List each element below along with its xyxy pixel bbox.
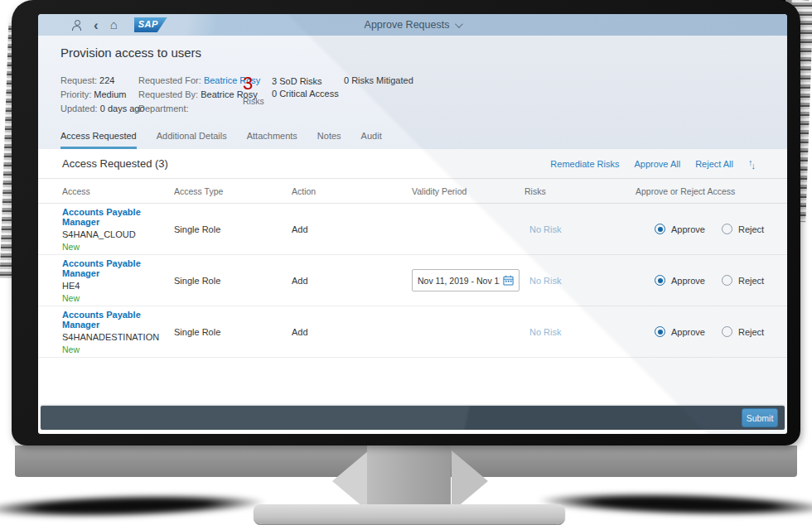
- remediate-risks-link[interactable]: Remediate Risks: [550, 159, 619, 169]
- risk-count-caption: Risks: [243, 96, 272, 106]
- stand-wing-right: [452, 450, 488, 512]
- risk-cell[interactable]: No Risk: [524, 327, 636, 337]
- table-row: Accounts Payable Manager HE4 New Single …: [38, 255, 787, 306]
- risk-count: 3 Risks: [243, 74, 272, 106]
- access-type-cell: Single Role: [174, 276, 292, 286]
- monitor-bezel: ‹ ⌂ SAP Approve Requests Provision acces…: [12, 0, 800, 446]
- reject-label: Reject: [738, 224, 764, 234]
- requested-by-field: Requested By: Beatrice Rosy: [138, 88, 243, 102]
- submit-button[interactable]: Submit: [742, 408, 778, 427]
- status-badge: New: [62, 242, 174, 252]
- monitor-mockup: ‹ ⌂ SAP Approve Requests Provision acces…: [0, 0, 812, 525]
- reject-label: Reject: [738, 276, 764, 286]
- col-access: Access: [62, 186, 174, 196]
- decision-cell: Approve Reject: [636, 275, 787, 286]
- system-name: S4HANA_CLOUD: [62, 229, 174, 239]
- reject-label: Reject: [738, 327, 764, 337]
- decision-cell: Approve Reject: [636, 224, 787, 234]
- tab-additional-details[interactable]: Additional Details: [157, 131, 227, 149]
- tab-strip: Access Requested Additional Details Atta…: [38, 131, 787, 149]
- validity-date-input[interactable]: Nov 11, 2019 - Nov 11, 2...: [412, 269, 520, 291]
- reject-all-link[interactable]: Reject All: [695, 159, 733, 169]
- table-row: Accounts Payable Manager S4HANA_CLOUD Ne…: [38, 204, 787, 255]
- col-action: Action: [292, 186, 412, 196]
- approve-radio[interactable]: [655, 224, 665, 234]
- action-cell: Add: [292, 276, 412, 286]
- reject-radio[interactable]: [722, 326, 732, 337]
- validity-cell: Nov 11, 2019 - Nov 11, 2...: [412, 269, 524, 291]
- status-badge: New: [62, 293, 174, 303]
- system-name: S4HANADESTINATION: [62, 332, 174, 342]
- approve-radio[interactable]: [655, 275, 665, 286]
- risk-cell[interactable]: No Risk: [524, 276, 636, 286]
- action-cell: Add: [292, 327, 412, 337]
- tab-audit[interactable]: Audit: [361, 131, 382, 149]
- table-header-row: Access Access Type Action Validity Perio…: [38, 179, 787, 204]
- table-toolbar: Access Requested (3) Remediate Risks App…: [38, 149, 787, 179]
- col-validity-period: Validity Period: [412, 186, 524, 196]
- footer-bar: Submit: [41, 406, 785, 430]
- updated-field: Updated: 0 days ago: [60, 102, 138, 116]
- approve-label: Approve: [671, 327, 705, 337]
- approve-radio[interactable]: [655, 326, 665, 337]
- request-field: Request: 224: [60, 74, 138, 88]
- reject-radio[interactable]: [722, 275, 732, 286]
- table-section: Access Requested (3) Remediate Risks App…: [38, 149, 787, 358]
- shell-bar: ‹ ⌂ SAP Approve Requests: [38, 14, 787, 36]
- col-access-type: Access Type: [174, 186, 292, 196]
- table-title: Access Requested (3): [38, 157, 168, 170]
- risk-count-number: 3: [243, 74, 272, 94]
- page-title: Provision access to users: [38, 46, 787, 60]
- chevron-down-icon: [455, 20, 463, 28]
- sort-icon[interactable]: ↑↓: [748, 159, 754, 169]
- approve-label: Approve: [671, 224, 705, 234]
- risks-mitigated-text: 0 Risks Mitigated: [344, 75, 413, 85]
- decision-cell: Approve Reject: [636, 326, 787, 337]
- validity-date-value: Nov 11, 2019 - Nov 11, 2...: [418, 276, 500, 286]
- status-badge: New: [62, 344, 174, 354]
- screen: ‹ ⌂ SAP Approve Requests Provision acces…: [38, 14, 787, 434]
- app-title-menu[interactable]: Approve Requests: [38, 14, 787, 36]
- role-link[interactable]: Accounts Payable Manager: [62, 207, 174, 227]
- department-field: Department:: [138, 102, 243, 116]
- app-title: Approve Requests: [365, 19, 450, 31]
- monitor-stand-base: [254, 504, 565, 524]
- calendar-icon[interactable]: [503, 275, 514, 286]
- object-header: Provision access to users Request: 224 P…: [38, 36, 787, 149]
- role-link[interactable]: Accounts Payable Manager: [62, 258, 174, 278]
- reject-radio[interactable]: [722, 224, 732, 234]
- approve-all-link[interactable]: Approve All: [634, 159, 680, 169]
- table-row: Accounts Payable Manager S4HANADESTINATI…: [38, 306, 787, 358]
- tab-access-requested[interactable]: Access Requested: [60, 131, 137, 149]
- col-approve-reject: Approve or Reject Access: [636, 186, 787, 196]
- sod-risks-text: 3 SoD Risks: [272, 75, 342, 88]
- header-info-row: Request: 224 Priority: Medium Updated: 0…: [38, 74, 787, 116]
- critical-access-text: 0 Critical Access: [272, 88, 342, 100]
- system-name: HE4: [62, 281, 174, 291]
- monitor-stand-neck: [367, 446, 451, 512]
- action-cell: Add: [292, 224, 412, 234]
- tab-notes[interactable]: Notes: [317, 131, 341, 149]
- approve-label: Approve: [671, 276, 705, 286]
- requested-for-field: Requested For: Beatrice Rosy: [138, 74, 243, 88]
- risk-summary: 3 SoD Risks 0 Critical Access: [272, 75, 342, 100]
- access-type-cell: Single Role: [174, 327, 292, 337]
- ground-shadow-left: [0, 491, 267, 520]
- priority-field: Priority: Medium: [60, 88, 138, 102]
- risk-cell[interactable]: No Risk: [524, 224, 636, 234]
- col-risks: Risks: [524, 186, 636, 196]
- role-link[interactable]: Accounts Payable Manager: [62, 310, 174, 330]
- stand-wing-left: [332, 450, 369, 512]
- ground-shadow-right: [537, 489, 812, 518]
- access-type-cell: Single Role: [174, 224, 292, 234]
- tab-attachments[interactable]: Attachments: [247, 131, 297, 149]
